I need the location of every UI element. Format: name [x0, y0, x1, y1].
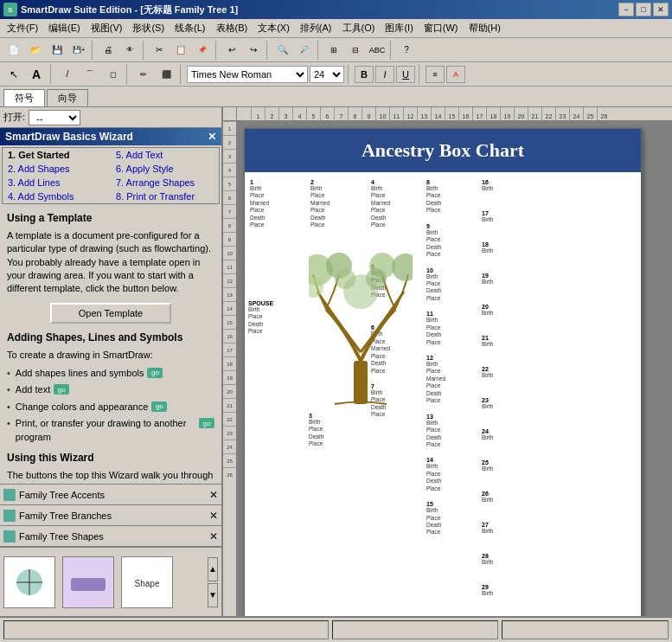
font-color-button[interactable]: A [446, 66, 465, 83]
paste-button[interactable]: 📌 [192, 41, 213, 60]
wizard-title-bar: SmartDraw Basics Wizard ✕ [0, 128, 221, 145]
draw-tool[interactable]: ✏ [133, 65, 154, 84]
menu-window[interactable]: 窗口(W) [419, 20, 464, 36]
font-family-select[interactable]: Times New Roman [187, 66, 308, 83]
ruler-v-tick: 19 [223, 370, 236, 384]
scroll-up-button[interactable]: ▲ [208, 557, 218, 581]
person-11: 11 Birth Place Death Place [425, 309, 478, 348]
ruler-tick: 16 [458, 107, 472, 120]
thumbnail-3[interactable]: Shape [121, 556, 173, 608]
undo-button[interactable]: ↩ [221, 41, 242, 60]
tree-svg [309, 240, 413, 413]
insert-button[interactable]: ⊞ [323, 41, 344, 60]
ruler-tick: 1 [251, 107, 265, 120]
thumbnail-1[interactable] [3, 556, 55, 608]
menu-view[interactable]: 视图(V) [86, 20, 128, 36]
ruler-tick: 12 [403, 107, 417, 120]
menu-library[interactable]: 图库(I) [380, 20, 418, 36]
lib-panel-shapes[interactable]: Family Tree Shapes ✕ [0, 526, 221, 547]
table-button[interactable]: ⊟ [345, 41, 366, 60]
menu-edit[interactable]: 编辑(E) [43, 20, 86, 36]
text-tool[interactable]: A [26, 65, 47, 84]
lib-shapes-icon [3, 530, 16, 542]
person-30: 30 Birth Place Death Place [480, 613, 528, 616]
menu-arrange[interactable]: 排列(A) [295, 20, 337, 36]
wizard-step-2[interactable]: 2. Add Shapes [3, 162, 111, 176]
wizard-step-4[interactable]: 4. Add Symbols [3, 189, 111, 203]
thumbnail-scroll: ▲ ▼ [208, 557, 218, 607]
bold-button[interactable]: B [355, 66, 374, 83]
person-8: 8 Birth Place Death Place [425, 177, 478, 216]
spell-button[interactable]: ABC [367, 41, 387, 60]
toolbar-sep-3 [215, 41, 219, 60]
zoom-out-button[interactable]: 🔎 [294, 41, 315, 60]
person-29: 29 Birth [480, 582, 528, 608]
go-btn-3[interactable]: go [151, 401, 167, 412]
lib-panel-branches[interactable]: Family Tree Branches ✕ [0, 505, 221, 526]
wizard-step-1[interactable]: 1. Get Started [3, 148, 111, 162]
select-tool[interactable]: ↖ [3, 65, 24, 84]
wizard-step-7[interactable]: 7. Arrange Shapes [111, 176, 219, 189]
thumbnail-2[interactable] [62, 556, 114, 608]
go-btn-1[interactable]: go [147, 368, 163, 378]
italic-button[interactable]: I [375, 66, 394, 83]
line-tool[interactable]: / [57, 65, 78, 84]
tab-wizard[interactable]: 向导 [47, 89, 88, 106]
menu-tools[interactable]: 工具(O) [337, 20, 381, 36]
menu-table[interactable]: 表格(B) [211, 20, 253, 36]
redo-button[interactable]: ↪ [243, 41, 264, 60]
zoom-in-button[interactable]: 🔍 [272, 41, 293, 60]
menu-text[interactable]: 文本(X) [253, 20, 295, 36]
preview-button[interactable]: 👁 [119, 41, 140, 60]
shape-tool[interactable]: ◻ [102, 65, 123, 84]
align-left-button[interactable]: ≡ [426, 66, 445, 83]
go-btn-2[interactable]: go [54, 384, 69, 395]
ruler-tick: 7 [334, 107, 348, 120]
open-button[interactable]: 📂 [25, 41, 46, 60]
save-as-button[interactable]: 💾+ [68, 41, 89, 60]
canvas-paper-wrap[interactable]: Ancestry Box Chart 1 Birth Place Married… [237, 121, 672, 616]
wizard-step-8[interactable]: 8. Print or Transfer [111, 189, 219, 203]
print-button[interactable]: 🖨 [98, 41, 118, 60]
open-select[interactable]: -- [29, 110, 80, 125]
cut-button[interactable]: ✂ [149, 41, 170, 60]
tree-col-2: 2 Birth Place Married Place Death Place [309, 177, 368, 616]
lib-accents-close[interactable]: ✕ [209, 489, 218, 501]
person-28: 28 Birth [480, 551, 528, 577]
arc-tool[interactable]: ⌒ [80, 65, 100, 84]
new-button[interactable]: 📄 [3, 41, 24, 60]
lib-branches-close[interactable]: ✕ [209, 510, 218, 522]
ruler-v-tick: 16 [223, 329, 236, 343]
fill-tool[interactable]: ⬛ [156, 65, 176, 84]
wizard-steps: 1. Get Started 5. Add Text 2. Add Shapes… [2, 147, 220, 204]
lib-branches-icon [3, 510, 16, 522]
font-size-select[interactable]: 24 [310, 66, 344, 83]
toolbar-sep-1 [92, 41, 95, 60]
person-27: 27 Birth [480, 520, 528, 546]
title-bar-buttons[interactable]: − □ ✕ [618, 3, 669, 16]
help-toolbar-button[interactable]: ? [396, 41, 417, 60]
fmt-sep-1 [50, 65, 54, 84]
go-btn-4[interactable]: go [199, 418, 214, 428]
status-bar [0, 616, 672, 642]
wizard-close-button[interactable]: ✕ [208, 131, 216, 143]
scroll-down-button[interactable]: ▼ [208, 583, 218, 607]
lib-shapes-close[interactable]: ✕ [209, 530, 218, 542]
save-button[interactable]: 💾 [47, 41, 67, 60]
open-template-button[interactable]: Open Template [50, 303, 171, 324]
minimize-button[interactable]: − [618, 3, 634, 16]
copy-button[interactable]: 📋 [170, 41, 191, 60]
wizard-step-3[interactable]: 3. Add Lines [3, 176, 111, 189]
underline-button[interactable]: U [396, 66, 415, 83]
menu-file[interactable]: 文件(F) [2, 20, 43, 36]
menu-lines[interactable]: 线条(L) [170, 20, 210, 36]
tab-symbols[interactable]: 符号 [3, 89, 45, 106]
wizard-step-5[interactable]: 5. Add Text [111, 148, 219, 162]
list-item-1-text: Add shapes lines and symbols [16, 367, 144, 380]
close-button[interactable]: ✕ [653, 3, 669, 16]
menu-help[interactable]: 帮助(H) [464, 20, 506, 36]
wizard-step-6[interactable]: 6. Apply Style [111, 162, 219, 176]
lib-panel-accents[interactable]: Family Tree Accents ✕ [0, 485, 221, 505]
maximize-button[interactable]: □ [636, 3, 651, 16]
menu-shapes[interactable]: 形状(S) [127, 20, 170, 36]
